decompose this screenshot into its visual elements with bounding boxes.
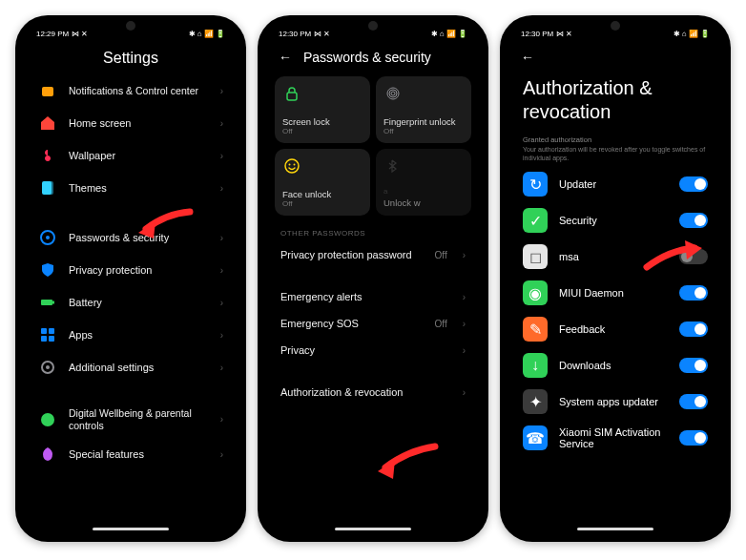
tile-subtitle: Off: [383, 127, 464, 135]
tile-fingerprint-icon[interactable]: Fingerprint unlockOff: [376, 76, 471, 143]
chevron-right-icon: ›: [463, 345, 466, 356]
notifications-icon: [38, 81, 57, 100]
tile-title: Face unlock: [282, 189, 363, 199]
lock-icon: [38, 228, 57, 247]
home-indicator[interactable]: [93, 528, 169, 530]
row-value: Off: [435, 250, 447, 260]
row-label: Digital Wellbeing & parental controls: [69, 407, 209, 431]
back-icon[interactable]: ←: [279, 50, 292, 65]
toggle-switch[interactable]: [679, 285, 708, 301]
settings-row-shield-icon[interactable]: Privacy protection›: [29, 254, 233, 286]
special-icon: [38, 445, 57, 464]
app-authorization-list: ↻Updater✓Security◻msa◉MIUI Daemon✎Feedba…: [508, 166, 723, 456]
svg-rect-7: [41, 328, 47, 334]
status-right-icons: ✱ ⌂ 📶 🔋: [189, 30, 226, 38]
bluetooth-icon: [383, 156, 401, 174]
row-privacy[interactable]: Privacy›: [271, 337, 475, 363]
settings-row-themes-icon[interactable]: Themes›: [29, 172, 233, 204]
status-right-icons: ✱ ⌂ 📶 🔋: [673, 30, 711, 38]
chevron-right-icon: ›: [220, 330, 223, 341]
chevron-right-icon: ›: [220, 118, 223, 129]
page-title: Authorization & revocation: [508, 73, 723, 130]
settings-row-notifications-icon[interactable]: Notifications & Control center›: [29, 74, 233, 107]
svg-rect-2: [44, 181, 53, 195]
row-value: Off: [435, 319, 447, 329]
row-authorization-revocation[interactable]: Authorization & revocation›: [271, 379, 475, 405]
chevron-right-icon: ›: [463, 250, 466, 260]
toggle-switch[interactable]: [679, 358, 708, 373]
padlock-icon: [282, 84, 300, 101]
toggle-switch[interactable]: [679, 321, 708, 337]
settings-row-wellbeing-icon[interactable]: Digital Wellbeing & parental controls›: [29, 401, 233, 438]
chevron-right-icon: ›: [220, 414, 223, 425]
granted-header: Granted authorization: [508, 130, 723, 145]
row-label: Themes: [69, 182, 209, 194]
app-row-miui-daemon: ◉MIUI Daemon: [508, 275, 723, 311]
svg-rect-8: [49, 328, 54, 334]
tile-title: Screen lock: [282, 116, 363, 127]
svg-point-4: [46, 236, 50, 239]
settings-row-home-icon[interactable]: Home screen›: [29, 107, 233, 139]
status-time: 12:30 PM: [521, 30, 553, 38]
svg-point-19: [285, 159, 299, 173]
tile-bluetooth-icon[interactable]: aUnlock w: [376, 149, 471, 216]
tile-title: Unlock w: [383, 197, 464, 208]
arrow-annotation: [370, 441, 446, 483]
home-indicator[interactable]: [335, 528, 411, 530]
fingerprint-icon: [383, 84, 401, 101]
chevron-right-icon: ›: [220, 298, 223, 308]
svg-rect-10: [49, 336, 54, 342]
face-icon: [282, 156, 300, 174]
row-label: Additional settings: [69, 362, 209, 373]
chevron-right-icon: ›: [463, 387, 466, 398]
toggle-switch[interactable]: [679, 249, 708, 264]
app-row-xiaomi-sim-activation-service: ☎Xiaomi SIM Activation Service: [508, 420, 723, 456]
home-indicator[interactable]: [577, 528, 653, 530]
row-privacy-protection-password[interactable]: Privacy protection passwordOff›: [271, 241, 475, 268]
row-label: Privacy protection: [69, 264, 209, 276]
tile-face-icon[interactable]: Face unlockOff: [275, 149, 370, 216]
row-label: Notifications & Control center: [69, 85, 209, 97]
settings-row-apps-icon[interactable]: Apps›: [29, 319, 233, 351]
settings-row-special-icon[interactable]: Special features›: [29, 438, 233, 470]
toggle-switch[interactable]: [679, 430, 708, 446]
back-icon[interactable]: ←: [521, 50, 534, 65]
toggle-switch[interactable]: [679, 176, 708, 192]
app-label: Updater: [559, 178, 668, 190]
toggle-switch[interactable]: [679, 394, 708, 409]
settings-row-wallpaper-icon[interactable]: Wallpaper›: [29, 139, 233, 172]
chevron-right-icon: ›: [220, 363, 223, 373]
wallpaper-icon: [38, 146, 57, 165]
svg-point-13: [41, 413, 54, 426]
wellbeing-icon: [38, 410, 57, 429]
phone-frame-1: 12:29 PM ⋈ ✕ ✱ ⌂ 📶 🔋 Settings Notificati…: [15, 15, 246, 542]
row-emergency-alerts[interactable]: Emergency alerts›: [271, 283, 475, 310]
page-title: Passwords & security: [303, 50, 467, 65]
row-emergency-sos[interactable]: Emergency SOSOff›: [271, 310, 475, 337]
app-label: Feedback: [559, 323, 668, 335]
row-label: Wallpaper: [69, 150, 209, 161]
header: Settings: [23, 42, 238, 74]
chevron-right-icon: ›: [463, 319, 466, 329]
tile-subtitle: Off: [282, 199, 363, 208]
tile-padlock-icon[interactable]: Screen lockOff: [275, 76, 370, 143]
battery-icon: [38, 293, 57, 312]
app-icon: ↓: [523, 353, 548, 378]
app-icon: ✓: [523, 208, 548, 233]
settings-row-gear-icon[interactable]: Additional settings›: [29, 351, 233, 384]
app-icon: ↻: [523, 172, 548, 197]
chevron-right-icon: ›: [220, 265, 223, 276]
screen-passwords-security: 12:30 PM ⋈ ✕ ✱ ⌂ 📶 🔋 ← Passwords & secur…: [265, 23, 481, 534]
svg-point-12: [46, 365, 50, 369]
header: ←: [508, 42, 723, 73]
settings-row-lock-icon[interactable]: Passwords & security›: [29, 221, 233, 254]
settings-row-battery-icon[interactable]: Battery›: [29, 286, 233, 319]
chevron-right-icon: ›: [220, 86, 223, 96]
authorization-list: Authorization & revocation›: [265, 379, 481, 405]
svg-rect-0: [42, 87, 53, 96]
camera-notch: [368, 21, 378, 31]
gear-icon: [38, 358, 57, 377]
app-icon: ✎: [523, 317, 548, 342]
toggle-switch[interactable]: [679, 213, 708, 228]
row-label: Apps: [69, 329, 209, 341]
